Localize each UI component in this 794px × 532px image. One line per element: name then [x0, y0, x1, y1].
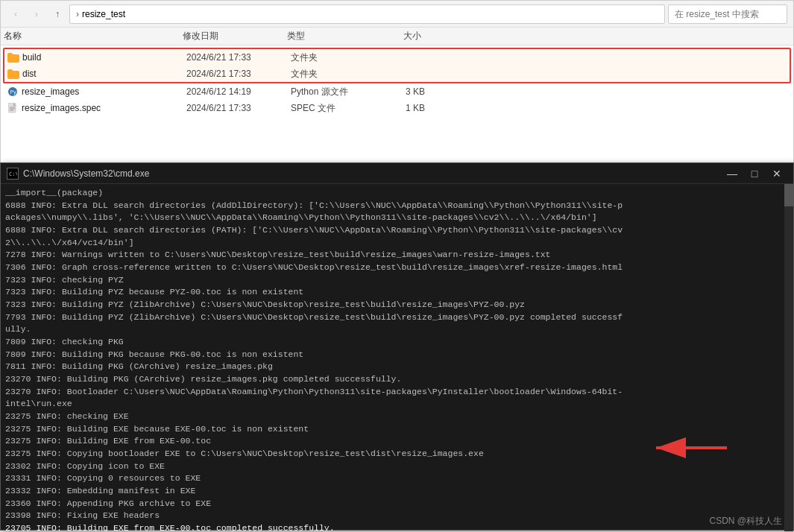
- folder-icon: [7, 53, 19, 63]
- file-row-resize-images[interactable]: Py resize_images 2024/6/12 14:19 Python …: [4, 83, 790, 100]
- forward-button[interactable]: ›: [28, 5, 45, 23]
- cmd-line: 23275 INFO: Copying bootloader EXE to C:…: [5, 448, 789, 460]
- cmd-window: C:\ C:\Windows\System32\cmd.exe — □ ✕ __…: [0, 162, 794, 531]
- cmd-scrollbar-thumb[interactable]: [784, 184, 793, 206]
- cmd-line: 23331 INFO: Copying 0 resources to EXE: [5, 472, 789, 485]
- cmd-line: intel\run.exe: [5, 398, 789, 411]
- file-name: resize_images.spec: [22, 103, 101, 113]
- address-path: resize_test: [82, 9, 125, 19]
- cmd-line: 7811 INFO: Building PKG (CArchive) resiz…: [5, 361, 789, 373]
- cmd-line: __import__(package): [5, 187, 789, 200]
- cmd-line: 23270 INFO: Building PKG (CArchive) resi…: [5, 373, 789, 386]
- svg-text:C:\: C:\: [9, 171, 17, 177]
- cmd-titlebar: C:\ C:\Windows\System32\cmd.exe — □ ✕: [1, 163, 793, 184]
- cmd-line: 23275 INFO: Building EXE from EXE-00.toc: [5, 435, 789, 448]
- col-date-header: 修改日期: [183, 30, 287, 42]
- cmd-line: 7278 INFO: Warnings written to C:\Users\…: [5, 249, 789, 262]
- file-size: 1 KB: [380, 103, 425, 113]
- col-size-header: 大小: [376, 30, 421, 42]
- explorer-toolbar: ‹ › ↑ › resize_test: [1, 1, 793, 28]
- cmd-line: 2\\..\\..\/x64/vc14/bin']: [5, 237, 789, 250]
- cmd-line: 23275 INFO: checking EXE: [5, 411, 789, 423]
- file-date: 2024/6/21 17:33: [186, 103, 291, 113]
- cmd-body: __import__(package)6888 INFO: Extra DLL …: [1, 184, 793, 531]
- up-button[interactable]: ↑: [48, 5, 66, 23]
- file-date: 2024/6/12 14:19: [186, 86, 291, 97]
- selected-files-group: build 2024/6/21 17:33 文件夹 dist 2024/6/21…: [3, 48, 791, 83]
- file-date: 2024/6/21 17:33: [186, 52, 291, 63]
- file-row-build[interactable]: build 2024/6/21 17:33 文件夹: [4, 49, 790, 66]
- file-column-headers: 名称 修改日期 类型 大小: [1, 28, 793, 45]
- maximize-button[interactable]: □: [744, 166, 765, 181]
- file-type: 文件夹: [291, 51, 380, 64]
- csdn-watermark: CSDN @科技人生: [709, 515, 782, 528]
- file-row-dist[interactable]: dist 2024/6/21 17:33 文件夹: [4, 66, 790, 82]
- file-type: Python 源文件: [291, 86, 380, 98]
- cmd-line: 7323 INFO: Building PYZ (ZlibArchive) C:…: [5, 299, 789, 311]
- file-type: 文件夹: [291, 68, 380, 80]
- folder-icon: [7, 69, 19, 79]
- cmd-line: 7809 INFO: checking PKG: [5, 336, 789, 349]
- svg-text:Py: Py: [10, 89, 17, 95]
- cmd-line: 23275 INFO: Building EXE because EXE-00.…: [5, 423, 789, 436]
- col-type-header: 类型: [287, 30, 376, 42]
- cmd-line: 6888 INFO: Extra DLL search directories …: [5, 200, 789, 212]
- file-name: build: [22, 52, 41, 63]
- cmd-line: 7323 INFO: Building PYZ because PYZ-00.t…: [5, 286, 789, 299]
- back-button[interactable]: ‹: [7, 5, 25, 23]
- cmd-line: 7323 INFO: checking PYZ: [5, 274, 789, 287]
- file-name: resize_images: [22, 86, 79, 97]
- python-icon: Py: [7, 86, 18, 97]
- cmd-icon: C:\: [7, 168, 19, 180]
- cmd-line: ackages\\numpy\\.libs', 'C:\\Users\\NUC\…: [5, 212, 789, 224]
- cmd-line: 7306 INFO: Graph cross-reference written…: [5, 262, 789, 274]
- file-row-resize-spec[interactable]: resize_images.spec 2024/6/21 17:33 SPEC …: [4, 100, 790, 116]
- cmd-line: 23398 INFO: Fixing EXE headers: [5, 510, 789, 522]
- file-icon: [7, 103, 18, 113]
- cmd-line: 6888 INFO: Extra DLL search directories …: [5, 224, 789, 237]
- cmd-line: ully.: [5, 323, 789, 336]
- close-button[interactable]: ✕: [766, 166, 787, 181]
- cmd-line: 7793 INFO: Building PYZ (ZlibArchive) C:…: [5, 311, 789, 324]
- minimize-button[interactable]: —: [722, 166, 743, 181]
- cmd-line: 7809 INFO: Building PKG because PKG-00.t…: [5, 349, 789, 361]
- cmd-scrollbar[interactable]: [784, 184, 793, 531]
- file-type: SPEC 文件: [291, 102, 380, 115]
- address-bar[interactable]: › resize_test: [69, 4, 665, 24]
- col-name-header: 名称: [4, 30, 183, 42]
- cmd-line: 23705 INFO: Building EXE from EXE-00.toc…: [5, 522, 789, 531]
- file-explorer: ‹ › ↑ › resize_test 名称 修改日期 类型 大小 build …: [0, 0, 794, 164]
- file-name: dist: [22, 69, 37, 79]
- cmd-controls: — □ ✕: [722, 166, 787, 181]
- cmd-line: 23302 INFO: Copying icon to EXE: [5, 460, 789, 473]
- address-separator: ›: [76, 9, 79, 19]
- cmd-line: 23270 INFO: Bootloader C:\Users\NUC\AppD…: [5, 386, 789, 399]
- file-date: 2024/6/21 17:33: [186, 69, 291, 79]
- cmd-title: C:\Windows\System32\cmd.exe: [23, 168, 722, 179]
- cmd-line: 23360 INFO: Appending PKG archive to EXE: [5, 498, 789, 510]
- file-size: 3 KB: [380, 86, 425, 97]
- search-input[interactable]: [668, 4, 787, 24]
- cmd-line: 23332 INFO: Embedding manifest in EXE: [5, 485, 789, 498]
